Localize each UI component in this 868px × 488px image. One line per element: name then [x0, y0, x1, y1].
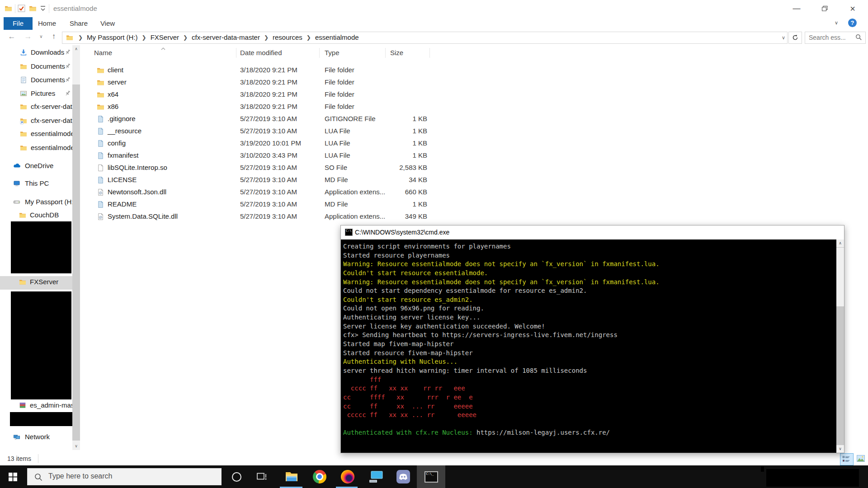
- breadcrumb-segment[interactable]: resources: [271, 32, 304, 43]
- up-button[interactable]: ↑: [48, 30, 60, 44]
- sidebar-item-pictures[interactable]: Pictures: [0, 88, 72, 99]
- taskbar-search[interactable]: Type here to search: [27, 468, 222, 485]
- column-separator[interactable]: [319, 48, 320, 58]
- cmd-scrollbar-thumb[interactable]: [836, 248, 844, 306]
- minimize-button[interactable]: —: [786, 0, 807, 17]
- nav-scrollbar-thumb[interactable]: [72, 84, 80, 441]
- task-view-button[interactable]: [251, 465, 272, 488]
- column-header-type[interactable]: Type: [325, 49, 340, 56]
- breadcrumb-segment[interactable]: FXServer: [149, 32, 181, 43]
- ribbon-tabs: File Home Share View ∨ ?: [0, 17, 868, 30]
- sidebar-item-essentialmode[interactable]: essentialmode: [0, 142, 72, 154]
- address-dropdown-icon[interactable]: ∨: [782, 32, 785, 43]
- nav-scrollbar[interactable]: ∧ ∨: [72, 45, 80, 450]
- close-button[interactable]: ×: [842, 0, 863, 17]
- sidebar-item-documents[interactable]: Documents: [0, 74, 72, 86]
- sidebar-item-cfx-server-data-master[interactable]: cfx-server-data-master: [0, 115, 72, 127]
- properties-check-icon[interactable]: [18, 5, 25, 14]
- sidebar-item-onedrive[interactable]: OneDrive: [0, 160, 72, 172]
- sidebar-item-es-admin-master[interactable]: es_admin-master: [0, 399, 72, 411]
- sidebar-item-label: My Passport (H:): [25, 198, 72, 206]
- remote-pc-taskbar-button[interactable]: [362, 465, 390, 488]
- scroll-down-icon[interactable]: ∨: [836, 445, 844, 453]
- column-header-name[interactable]: Name: [94, 49, 112, 56]
- sidebar-item-this-pc[interactable]: This PC: [0, 178, 72, 189]
- breadcrumb-segment[interactable]: cfx-server-data-master: [190, 32, 262, 43]
- sidebar-item-cfx-server-data-master[interactable]: cfx-server-data-master: [0, 101, 72, 113]
- folder-icon: [20, 144, 27, 151]
- column-separator[interactable]: [385, 48, 386, 58]
- sidebar-item-fxserver[interactable]: FXServer: [0, 276, 72, 290]
- chrome-taskbar-button[interactable]: [306, 465, 334, 488]
- redaction-overlay: [11, 221, 71, 273]
- file-row[interactable]: x643/18/2020 9:21 PMFile folder: [86, 89, 809, 101]
- back-button[interactable]: ←: [5, 30, 18, 44]
- file-row[interactable]: LICENSE5/27/2019 3:10 AMMD File34 KB: [86, 174, 809, 186]
- sidebar-item-my-passport-h-[interactable]: My Passport (H:): [0, 196, 72, 208]
- quick-access-caret-icon[interactable]: [40, 5, 46, 14]
- file-type: File folder: [325, 103, 354, 110]
- restore-button[interactable]: [814, 0, 835, 17]
- console-line: cc ff xx ... rr eeeee: [343, 402, 660, 411]
- file-explorer-taskbar-button[interactable]: [278, 465, 306, 488]
- column-separator[interactable]: [429, 48, 430, 58]
- details-view-button[interactable]: [840, 453, 854, 465]
- sidebar-item-network[interactable]: Network: [0, 431, 72, 443]
- pin-icon: [64, 90, 71, 97]
- folder-shortcut-icon: [20, 117, 27, 124]
- ribbon-collapse-icon[interactable]: ∨: [835, 20, 838, 26]
- file-row[interactable]: README5/27/2019 3:10 AMMD File1 KB: [86, 198, 809, 211]
- cortana-button[interactable]: [226, 465, 247, 488]
- sidebar-item-couchdb[interactable]: CouchDB: [0, 209, 72, 221]
- cmd-window[interactable]: C:\ C:\WINDOWS\system32\cmd.exe — □ × Cr…: [340, 225, 844, 453]
- search-box[interactable]: Search ess...: [805, 32, 866, 44]
- column-separator[interactable]: [236, 48, 236, 58]
- file-row[interactable]: System.Data.SQLite.dll5/27/2019 3:10 AMA…: [86, 211, 809, 223]
- scroll-up-icon[interactable]: ∧: [72, 45, 80, 53]
- file-row[interactable]: x863/18/2020 9:21 PMFile folder: [86, 101, 809, 113]
- forward-button[interactable]: →: [22, 30, 34, 44]
- help-icon[interactable]: ?: [848, 19, 857, 27]
- file-row[interactable]: __resource5/27/2019 3:10 AMLUA File1 KB: [86, 125, 809, 137]
- breadcrumb-segment[interactable]: My Passport (H:): [85, 32, 140, 43]
- pictures-icon: [20, 90, 27, 97]
- breadcrumb-segment[interactable]: essentialmode: [313, 32, 361, 43]
- refresh-button[interactable]: [788, 32, 802, 44]
- scroll-up-icon[interactable]: ∧: [836, 239, 844, 247]
- file-row[interactable]: client3/18/2020 9:21 PMFile folder: [86, 64, 809, 76]
- tab-view[interactable]: View: [97, 17, 118, 30]
- column-header-date[interactable]: Date modified: [240, 49, 282, 56]
- file-row[interactable]: fxmanifest3/10/2020 3:43 PMLUA File1 KB: [86, 150, 809, 162]
- tab-home[interactable]: Home: [36, 17, 58, 30]
- sidebar-item-essentialmode[interactable]: essentialmode: [0, 128, 72, 140]
- history-dropdown-icon[interactable]: ∨: [37, 30, 45, 44]
- start-button[interactable]: [4, 465, 22, 488]
- column-header-size[interactable]: Size: [390, 49, 403, 56]
- thumbnail-view-button[interactable]: [854, 453, 867, 465]
- file-date-modified: 5/27/2019 3:10 AM: [240, 164, 297, 171]
- file-row[interactable]: libSQLite.Interop.so5/27/2019 3:10 AMSO …: [86, 162, 809, 174]
- discord-taskbar-button[interactable]: [390, 465, 417, 488]
- file-row[interactable]: server3/18/2020 9:21 PMFile folder: [86, 76, 809, 89]
- document-icon: [20, 76, 27, 84]
- cmd-scrollbar[interactable]: ∧ ∨: [836, 239, 844, 453]
- tab-file[interactable]: File: [4, 17, 33, 30]
- console-line: ccccc ff xx xx ... rr eeeee: [343, 411, 660, 420]
- file-row[interactable]: config3/19/2020 10:01 PMLUA File1 KB: [86, 137, 809, 150]
- search-icon[interactable]: [855, 34, 862, 42]
- address-bar-row: ← → ∨ ↑ ❯My Passport (H:)❯FXServer❯cfx-s…: [0, 30, 868, 45]
- file-size: 1 KB: [375, 151, 427, 159]
- scroll-down-icon[interactable]: ∨: [72, 442, 80, 450]
- sidebar-item-downloads[interactable]: Downloads: [0, 47, 72, 58]
- address-bar[interactable]: ❯My Passport (H:)❯FXServer❯cfx-server-da…: [62, 32, 788, 44]
- file-date-modified: 5/27/2019 3:10 AM: [240, 188, 297, 196]
- file-row[interactable]: Newtonsoft.Json.dll5/27/2019 3:10 AMAppl…: [86, 186, 809, 198]
- new-folder-icon[interactable]: [29, 5, 37, 14]
- file-row[interactable]: .gitignore5/27/2019 3:10 AMGITIGNORE Fil…: [86, 113, 809, 125]
- cmd-console[interactable]: Creating script environments for playern…: [341, 239, 844, 453]
- firefox-taskbar-button[interactable]: [334, 465, 362, 488]
- sidebar-item-documents[interactable]: Documents: [0, 61, 72, 72]
- tab-share[interactable]: Share: [68, 17, 90, 30]
- cmd-titlebar[interactable]: C:\ C:\WINDOWS\system32\cmd.exe — □ ×: [341, 225, 844, 239]
- cmd-taskbar-button[interactable]: C:\_: [417, 465, 445, 488]
